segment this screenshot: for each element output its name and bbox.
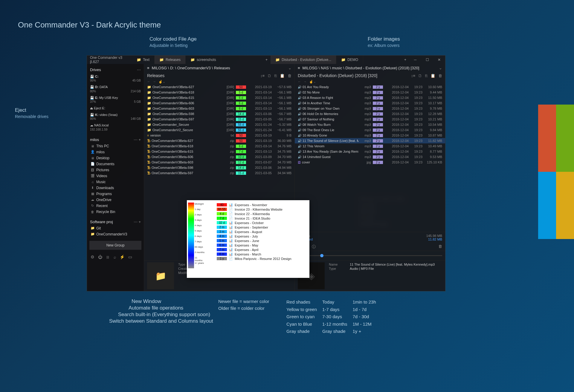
file-row[interactable]: 🔊02 No Moremp32 y2018-12-0419:239.44 MB <box>295 90 445 95</box>
file-row[interactable]: 📁OneCommanderV3Beta-603[DIR]6 d2021-03-1… <box>144 106 294 111</box>
sidebar-item[interactable]: ☁OneDrive <box>89 197 141 203</box>
file-row[interactable]: 🗜OneCommanderV3Beta-603zip12 d2021-03-07… <box>144 160 294 165</box>
tab[interactable]: 📁Text <box>132 56 155 64</box>
file-row[interactable]: 📁OneCommanderV3Beta-598[DIR]14 d2021-03-… <box>144 111 294 117</box>
right-breadcrumb[interactable]: MILOSG \ NAS \ music \ Disturbed - Evolu… <box>303 66 419 70</box>
drive-item[interactable]: 💾 E: My USB Key37%5 GB <box>89 94 141 105</box>
sidebar-item[interactable]: 🖥This PC <box>89 143 141 149</box>
drive-item[interactable]: 💾 K: video (\\nas)95%148 GB <box>89 111 141 122</box>
automate-icon[interactable]: ⚡ <box>120 255 125 259</box>
paste-icon[interactable]: 📋 <box>430 74 435 78</box>
newfile-icon[interactable]: 🗋 <box>418 74 422 78</box>
sort-icon[interactable]: ↕≡ <box>411 74 415 78</box>
tab[interactable]: 📁Disturbed - Evolution (Deluxe... <box>271 56 336 64</box>
file-row[interactable]: 📁OneCommanderV3Beta-627[DIR]502021-03-19… <box>144 84 294 90</box>
drive-item[interactable]: 💾 D: DATA80%214 GB <box>89 84 141 94</box>
sort-icon[interactable]: ↕≡ <box>260 74 265 78</box>
seek-bar[interactable] <box>310 255 442 256</box>
sidebar-item[interactable]: 📁Git <box>89 225 141 231</box>
tab[interactable]: 📁DEMO <box>336 56 363 64</box>
fwd-icon[interactable]: → <box>303 80 307 84</box>
sidebar-item[interactable]: 🗑Recycle Bin <box>89 209 141 215</box>
proj-menu[interactable]: ⋯ + <box>134 220 141 224</box>
newwindow-icon[interactable]: ▭ <box>128 255 132 259</box>
delete-icon[interactable]: 🗑 <box>438 74 442 78</box>
sidebar-item[interactable]: 🖼Pictures <box>89 167 141 173</box>
file-row[interactable]: 🗜OneCommanderV3Beta-627zip502021-03-1936… <box>144 138 294 143</box>
delete-icon[interactable]: 🗑 <box>288 74 291 78</box>
tab-add-left[interactable]: + <box>262 58 271 62</box>
sidebar-item[interactable]: ↻Recent <box>89 203 141 209</box>
file-row[interactable]: 📁OneCommanderV3Beta-597[DIR]15 d2021-03-… <box>144 117 294 122</box>
copy-icon[interactable]: ⎘ <box>274 74 277 78</box>
paste-icon[interactable]: 📋 <box>280 74 285 78</box>
file-row[interactable]: 📁OneCommanderV3Beta-606[DIR]6 d2021-03-1… <box>144 100 294 106</box>
annot-automate: Automate file operations <box>129 305 183 312</box>
right-file-list[interactable]: 🔊01 Are You Readymp32 y2018-12-0419:2310… <box>295 84 445 232</box>
info-icon[interactable]: ⓘ <box>312 244 316 249</box>
file-row[interactable]: 📁OneCommanderV2_Secure[DIR]55 d2021-01-2… <box>144 127 294 133</box>
trash-icon[interactable]: 🗑 <box>438 244 442 249</box>
drive-item[interactable]: ☁ NAS.local192.168.1.59 <box>89 122 141 132</box>
drives-menu[interactable]: ⋯ <box>137 68 141 72</box>
close-button[interactable]: ✕ <box>433 56 445 64</box>
file-row[interactable]: 🔊12 This Venommp32 y2018-12-0419:2310.49… <box>295 143 445 149</box>
sidebar-item[interactable]: ♫Music <box>89 179 141 185</box>
up-icon[interactable]: ☝⌄ <box>309 80 316 84</box>
file-row[interactable]: 🖼coverjpg2 y2018-12-0419:23125.10 KB <box>295 160 445 165</box>
copy-icon[interactable]: ⎘ <box>425 74 428 78</box>
new-group-button[interactable]: New Group <box>89 241 141 250</box>
drive-item[interactable]: 💾 C: 95%45 GB <box>89 73 141 84</box>
file-row[interactable]: 🔊08 Watch You Burnmp32 y2018-12-0419:231… <box>295 122 445 127</box>
sidebar-item[interactable]: 📄Documents <box>89 161 141 167</box>
minimize-button[interactable]: ─ <box>409 56 421 64</box>
chevron-down-icon[interactable]: ⌄ <box>288 66 291 70</box>
settings-icon[interactable]: ⚙ <box>91 255 94 259</box>
file-row[interactable]: 🔊05 Stronger on Your Ownmp32 y2018-12-04… <box>295 106 445 111</box>
file-row[interactable]: 🔊14 Uninvited Guestmp32 y2018-12-0419:23… <box>295 154 445 160</box>
hamburger-icon[interactable]: ≡ <box>298 66 300 70</box>
tab[interactable]: 📁Releases <box>155 56 186 64</box>
file-row[interactable]: 🗜OneCommanderV3Beta-615zip7 d2021-03-133… <box>144 149 294 154</box>
search-icon[interactable]: ⌕ <box>114 255 116 259</box>
file-row[interactable]: 🔊13 Are You Ready (Sam de Jong Remix)mp3… <box>295 149 445 154</box>
sidebar-item[interactable]: ⬇Downloads <box>89 185 141 191</box>
up-icon[interactable]: ☝⌄ <box>158 80 165 84</box>
file-row[interactable]: 🗜OneCommanderV3Beta-618zip6 d2021-03-143… <box>144 143 294 149</box>
file-row[interactable]: 🔊10 Already Gonemp32 y2018-12-0419:2310.… <box>295 133 445 138</box>
file-row[interactable]: 📁OneCommander_Secure[DIR]55 d2021-01-24~… <box>144 122 294 127</box>
file-row[interactable]: 🗜OneCommanderV3Beta-606zip10 d2021-03-09… <box>144 154 294 160</box>
chevron-down-icon[interactable]: ⌄ <box>439 66 442 70</box>
file-row[interactable]: 🔊07 Saviour of Nothingmp32 y2018-12-0419… <box>295 117 445 122</box>
sidebar-item[interactable]: 📁OneCommanderV3 <box>89 231 141 237</box>
file-row[interactable]: 🔊04 In Another Timemp32 y2018-12-0419:23… <box>295 100 445 106</box>
file-row[interactable]: 🔊06 Hold On to Memoriesmp32 y2018-12-041… <box>295 111 445 117</box>
file-row[interactable]: 🗜OneCommanderV3Beta-598zip14 d2021-03-06… <box>144 165 294 170</box>
file-row[interactable]: 🔊01 Are You Readymp32 y2018-12-0419:2310… <box>295 84 445 90</box>
file-row[interactable]: ≡versiontxt502021-03-199 B <box>144 133 294 138</box>
file-row[interactable]: 🔊09 The Best Ones Liemp32 y2018-12-0419:… <box>295 127 445 133</box>
power-icon[interactable]: ⏻ <box>98 255 102 259</box>
fwd-icon[interactable]: → <box>153 80 156 84</box>
file-row[interactable]: 🔊03 A Reason to Fightmp32 y2018-12-0419:… <box>295 95 445 100</box>
maximize-button[interactable]: ☐ <box>421 56 433 64</box>
back-icon[interactable]: ← <box>298 80 301 84</box>
sidebar-item[interactable]: 🖥Desktop <box>89 155 141 161</box>
tab-add-right[interactable]: + <box>401 58 409 62</box>
tab[interactable]: 📁screenshots <box>186 56 221 64</box>
drive-item[interactable]: ⏏ Eject E: <box>89 105 141 111</box>
left-breadcrumb[interactable]: MILOSG \ D: \ OneCommanderV3 \ Releases <box>152 66 230 70</box>
file-row[interactable]: 🔊11 The Sound of Silence (Live) [feat. M… <box>295 138 445 143</box>
sidebar-item[interactable]: ▦Programs <box>89 191 141 197</box>
file-row[interactable]: 📁OneCommanderV3Beta-618[DIR]5 d2021-03-1… <box>144 90 294 95</box>
legend-table: Red shadesToday1min to 23hYellow to gree… <box>281 298 381 336</box>
milos-menu[interactable]: ⋯ + <box>134 137 141 142</box>
sidebar-item[interactable]: 🎬Videos <box>89 173 141 179</box>
newfile-icon[interactable]: 🗋 <box>268 74 271 78</box>
back-icon[interactable]: ← <box>147 80 150 84</box>
sidebar-item[interactable]: 👤milos <box>89 149 141 155</box>
file-row[interactable]: 🗜OneCommanderV3Beta-597zip15 d2021-03-05… <box>144 170 294 176</box>
hamburger-icon[interactable]: ≡ <box>147 66 149 70</box>
file-row[interactable]: 📁OneCommanderV3Beta-615[DIR]6 d2021-03-1… <box>144 95 294 100</box>
layout-icon[interactable]: ⫼ <box>106 255 110 259</box>
